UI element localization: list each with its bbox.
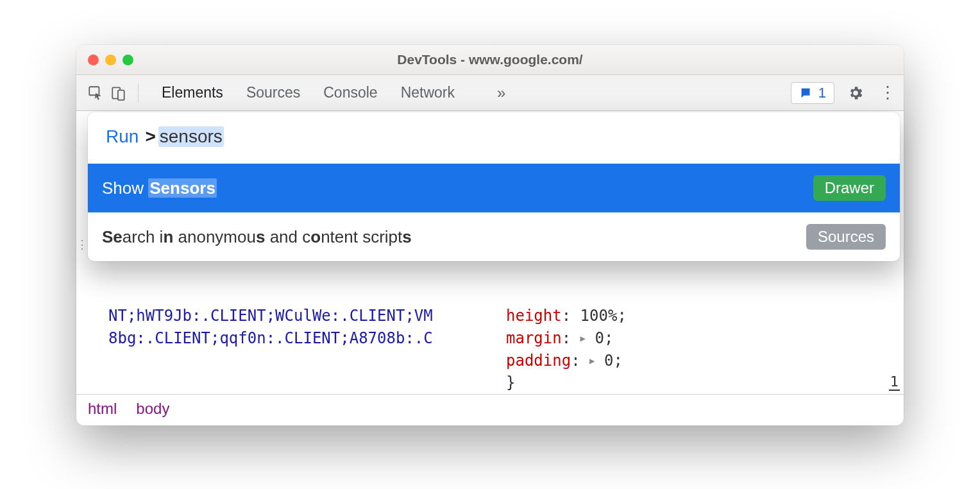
command-item-label: Search in anonymous and content scripts [102,227,412,247]
command-query: sensors [158,126,224,147]
tab-elements[interactable]: Elements [162,84,223,101]
command-menu: Run >sensors Show Sensors Drawer Search … [88,112,900,261]
command-item-search-scripts[interactable]: Search in anonymous and content scripts … [88,212,900,261]
tab-console[interactable]: Console [323,84,377,101]
titlebar: DevTools - www.google.com/ [76,45,904,75]
settings-icon[interactable] [845,85,866,101]
issues-count: 1 [818,85,826,101]
more-options-icon[interactable]: ⋮ [877,83,899,103]
command-item-label: Show Sensors [102,178,217,198]
styles-pane-snippet: height: 100%;margin: ▶ 0;padding: ▶ 0; } [493,305,904,394]
panel-tabs: Elements Sources Console Network » [162,84,505,102]
svg-rect-0 [89,87,99,95]
window-title: DevTools - www.google.com/ [76,52,904,67]
toggle-device-toolbar-icon[interactable] [108,83,129,103]
tab-network[interactable]: Network [401,84,455,101]
breadcrumb-item[interactable]: body [136,400,169,418]
tabs-overflow-icon[interactable]: » [497,84,505,102]
dock-grip-icon[interactable]: ⋮⋮ [76,237,88,252]
command-item-badge: Drawer [813,175,886,201]
breadcrumb: html body [76,394,904,425]
command-item-show-sensors[interactable]: Show Sensors Drawer [88,164,900,212]
fullscreen-window-icon[interactable] [122,55,133,65]
minimize-window-icon[interactable] [105,55,116,65]
issues-button[interactable]: 1 [791,82,834,104]
devtools-window: DevTools - www.google.com/ Elements Sour… [76,45,904,425]
inspect-element-icon[interactable] [85,83,106,103]
svg-rect-2 [118,90,124,99]
html-attribute-text: NT;hWT9Jb:.CLIENT;WCulWe:.CLIENT;VM 8bg:… [108,305,493,350]
close-window-icon[interactable] [88,55,99,65]
command-results: Show Sensors Drawer Search in anonymous … [88,164,900,261]
command-item-badge: Sources [806,224,886,250]
line-link[interactable]: 1 [889,373,900,391]
traffic-lights [88,55,133,65]
command-input[interactable]: Run >sensors [88,112,900,164]
toolbar-separator [138,83,139,103]
tab-sources[interactable]: Sources [246,84,300,101]
toolbar: Elements Sources Console Network » 1 ⋮ [76,75,904,111]
code-area: NT;hWT9Jb:.CLIENT;WCulWe:.CLIENT;VM 8bg:… [76,302,904,394]
run-label: Run [106,126,139,147]
rule-close: } [506,372,904,394]
breadcrumb-item[interactable]: html [88,400,117,418]
command-prompt: > [145,126,155,147]
